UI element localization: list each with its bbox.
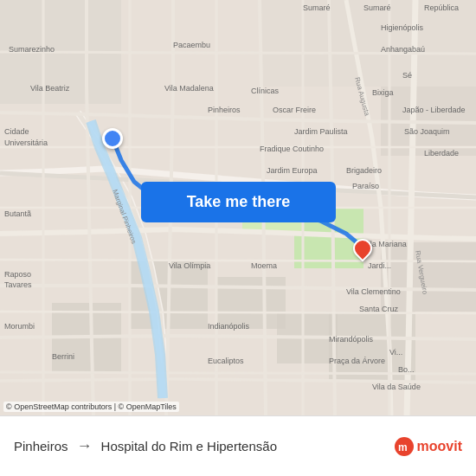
destination-pin bbox=[353, 239, 374, 267]
svg-text:Vila Madalena: Vila Madalena bbox=[164, 84, 214, 93]
svg-text:Vila Beatriz: Vila Beatriz bbox=[30, 84, 70, 93]
moovit-text: moovit bbox=[417, 439, 462, 454]
route-to-label: Hospital do Rim e Hipertensão bbox=[101, 439, 395, 453]
svg-text:Sumarezinho: Sumarezinho bbox=[9, 45, 55, 54]
svg-text:República: República bbox=[424, 3, 459, 12]
svg-text:Liberdade: Liberdade bbox=[424, 149, 459, 158]
svg-text:Vi...: Vi... bbox=[389, 348, 402, 357]
svg-text:Santa Cruz: Santa Cruz bbox=[359, 305, 399, 313]
svg-text:Oscar Freire: Oscar Freire bbox=[273, 106, 316, 114]
svg-text:Vila Clementino: Vila Clementino bbox=[346, 287, 401, 296]
svg-text:Universitária: Universitária bbox=[4, 138, 48, 147]
map-attribution: © OpenStreetMap contributors | © OpenMap… bbox=[3, 402, 179, 412]
svg-text:Cidade: Cidade bbox=[4, 127, 29, 136]
svg-rect-2 bbox=[260, 0, 476, 87]
svg-text:Fradique Coutinho: Fradique Coutinho bbox=[260, 145, 324, 153]
svg-text:Tavares: Tavares bbox=[4, 280, 32, 289]
take-me-there-button[interactable]: Take me there bbox=[141, 182, 336, 222]
svg-text:Higienópolis: Higienópolis bbox=[381, 23, 424, 32]
svg-text:Clínicas: Clínicas bbox=[251, 87, 280, 95]
svg-text:Praça da Árvore: Praça da Árvore bbox=[329, 357, 385, 365]
svg-text:m: m bbox=[398, 441, 408, 453]
svg-text:Eucaliptos: Eucaliptos bbox=[208, 357, 244, 365]
svg-text:Pinheiros: Pinheiros bbox=[208, 106, 241, 114]
svg-text:Berrini: Berrini bbox=[52, 352, 74, 361]
svg-text:Indianópolis: Indianópolis bbox=[208, 322, 250, 331]
svg-text:Raposo: Raposo bbox=[4, 270, 31, 279]
svg-text:Morumbi: Morumbi bbox=[4, 322, 35, 331]
svg-text:Anhangabaú: Anhangabaú bbox=[381, 45, 425, 54]
route-from-label: Pinheiros bbox=[14, 439, 68, 453]
svg-text:Jardim Paulista: Jardim Paulista bbox=[294, 127, 348, 136]
route-arrow-icon: → bbox=[77, 437, 93, 455]
svg-rect-9 bbox=[381, 242, 476, 312]
svg-text:Bixiga: Bixiga bbox=[372, 88, 394, 97]
svg-text:Japão - Liberdade: Japão - Liberdade bbox=[402, 106, 466, 114]
svg-text:Bo...: Bo... bbox=[398, 365, 415, 374]
svg-text:Butantã: Butantã bbox=[4, 209, 31, 218]
moovit-logo-icon: m bbox=[395, 437, 414, 456]
map-container: Sumaré Sumaré Higienópolis República Sum… bbox=[0, 0, 476, 415]
svg-text:Vila Olímpia: Vila Olímpia bbox=[169, 261, 210, 270]
moovit-brand: m moovit bbox=[395, 437, 462, 456]
svg-text:Vila da Saúde: Vila da Saúde bbox=[372, 383, 421, 391]
svg-text:Paraíso: Paraíso bbox=[352, 182, 379, 190]
svg-text:Brigadeiro: Brigadeiro bbox=[346, 166, 382, 175]
svg-rect-6 bbox=[216, 277, 286, 329]
svg-text:Sé: Sé bbox=[402, 71, 412, 80]
svg-text:Sumaré: Sumaré bbox=[303, 3, 331, 12]
svg-text:São Joaquim: São Joaquim bbox=[404, 127, 450, 136]
bottom-bar: Pinheiros → Hospital do Rim e Hipertensã… bbox=[0, 415, 476, 476]
origin-pin bbox=[102, 128, 123, 149]
svg-text:Jardim Europa: Jardim Europa bbox=[267, 166, 318, 175]
svg-text:Sumaré: Sumaré bbox=[363, 3, 391, 12]
svg-text:Moema: Moema bbox=[251, 261, 277, 270]
svg-text:Pacaembu: Pacaembu bbox=[173, 41, 210, 49]
svg-text:Mirandópolis: Mirandópolis bbox=[329, 335, 374, 344]
